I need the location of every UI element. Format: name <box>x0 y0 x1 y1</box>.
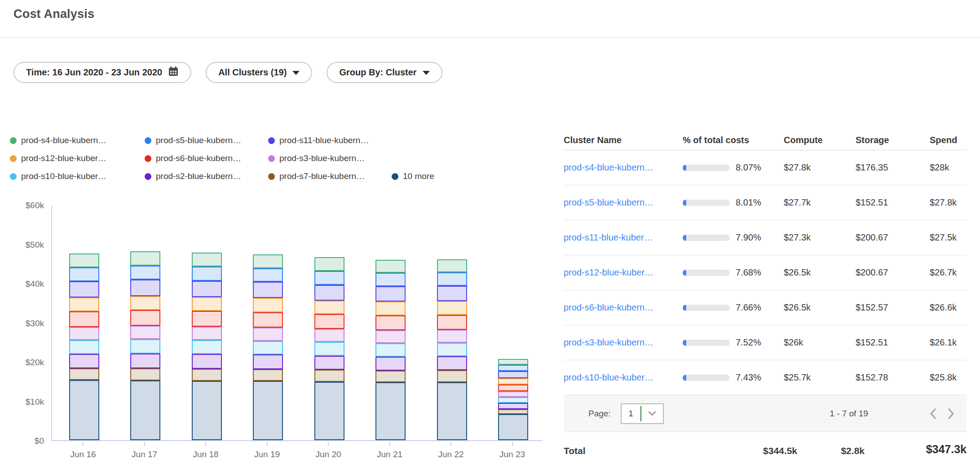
cluster-name-link[interactable]: prod-s10-blue-kuber… <box>564 372 683 383</box>
pct-total-costs-cell: 7.52% <box>683 337 784 348</box>
x-axis-tick-label: Jun 22 <box>419 450 482 459</box>
spend-value: $26.1k <box>930 337 967 348</box>
legend-item[interactable]: prod-s6-blue-kubern… <box>145 153 268 163</box>
next-page-button[interactable] <box>945 407 957 420</box>
legend-item[interactable]: prod-s4-blue-kubern… <box>10 135 145 145</box>
x-axis-tick-label: Jun 18 <box>174 450 237 459</box>
time-range-filter[interactable]: Time: 16 Jun 2020 - 23 Jun 2020 <box>13 62 191 83</box>
page-number-select[interactable]: 1 <box>621 403 664 424</box>
spend-value: $27.8k <box>930 197 967 208</box>
legend-item[interactable]: prod-s7-blue-kubern… <box>268 171 392 181</box>
col-header-pct-total-costs: % of total costs <box>683 135 784 145</box>
compute-value: $27.3k <box>784 232 856 243</box>
pct-progress-bar <box>683 305 730 311</box>
bar-segment <box>375 343 406 357</box>
storage-value: $200.67 <box>856 267 930 278</box>
bar-segment <box>69 340 99 354</box>
col-header-cluster-name: Cluster Name <box>564 135 683 145</box>
pct-progress-fill <box>683 305 686 311</box>
legend-item[interactable]: prod-s3-blue-kubern… <box>268 153 392 163</box>
cluster-name-link[interactable]: prod-s6-blue-kubern… <box>564 302 683 313</box>
legend-item[interactable]: prod-s5-blue-kubern… <box>145 135 268 145</box>
stacked-bar-jun-21 <box>375 260 406 441</box>
y-axis-tick-label: $30k <box>0 319 44 328</box>
caret-down-icon <box>423 71 430 75</box>
col-header-spend: Spend <box>930 135 967 145</box>
bar-segment <box>130 380 160 440</box>
pagination-bar: Page: 1 1 - 7 of 19 <box>564 395 967 432</box>
pct-progress-fill <box>683 270 686 276</box>
storage-value: $200.67 <box>856 232 930 243</box>
compute-value: $27.7k <box>784 197 856 208</box>
x-axis-tick <box>205 442 206 446</box>
legend-color-dot <box>268 137 275 144</box>
y-axis-tick-label: $10k <box>0 397 44 407</box>
bar-segment <box>192 327 222 340</box>
stacked-bar-jun-16 <box>69 253 99 440</box>
legend-color-dot <box>10 173 17 180</box>
group-by-dropdown[interactable]: Group By: Cluster <box>327 62 442 83</box>
chevron-left-icon <box>927 407 939 420</box>
pct-total-costs-cell: 7.68% <box>683 267 784 278</box>
bar-segment <box>314 329 344 342</box>
legend-label: prod-s4-blue-kubern… <box>21 135 106 145</box>
bar-segment <box>375 302 406 315</box>
compute-value: $25.7k <box>784 372 856 383</box>
bar-segment <box>253 254 283 268</box>
legend-item[interactable]: 10 more <box>392 171 472 181</box>
bar-segment <box>69 281 99 298</box>
bar-segment <box>498 385 528 391</box>
bar-segment <box>130 339 160 354</box>
bar-segment <box>192 253 222 267</box>
bar-segment <box>437 343 467 356</box>
bar-segment <box>253 381 283 440</box>
cluster-name-link[interactable]: prod-s5-blue-kubern… <box>564 197 683 208</box>
pct-total-costs-cell: 8.07% <box>683 162 784 173</box>
bar-segment <box>130 326 160 339</box>
bar-segment <box>69 327 99 340</box>
bar-segment <box>69 311 99 327</box>
pct-value: 8.01% <box>736 197 761 208</box>
cluster-name-link[interactable]: prod-s4-blue-kubern… <box>564 162 683 173</box>
storage-value: $152.78 <box>856 372 930 383</box>
legend-item[interactable]: prod-s2-blue-kubern… <box>145 171 268 181</box>
stacked-bar-chart <box>51 205 543 441</box>
pct-total-costs-cell: 7.90% <box>683 232 784 243</box>
prev-page-button[interactable] <box>927 407 939 420</box>
legend-item[interactable]: prod-s11-blue-kubern… <box>268 135 392 145</box>
cluster-name-link[interactable]: prod-s11-blue-kuber… <box>564 232 683 243</box>
legend-color-dot <box>10 137 17 144</box>
bar-segment <box>498 391 528 397</box>
table-row: prod-s6-blue-kubern…7.66%$26.5k$152.57$2… <box>564 290 967 325</box>
col-header-storage: Storage <box>856 135 930 145</box>
x-axis-tick-label: Jun 21 <box>358 450 421 459</box>
stacked-bar-jun-22 <box>437 259 467 440</box>
table-row: prod-s11-blue-kuber…7.90%$27.3k$200.67$2… <box>564 220 967 255</box>
x-axis-tick <box>328 442 329 446</box>
bar-segment <box>253 298 283 312</box>
bar-segment <box>314 285 344 301</box>
pct-progress-bar <box>683 375 730 381</box>
pct-value: 7.68% <box>736 267 761 278</box>
bar-segment <box>253 354 283 369</box>
bar-segment <box>130 368 160 380</box>
bar-segment <box>498 403 528 409</box>
bar-segment <box>192 369 222 381</box>
filter-bar: Time: 16 Jun 2020 - 23 Jun 2020 All Clus… <box>13 62 442 83</box>
legend-color-dot <box>268 155 275 162</box>
calendar-icon <box>168 66 179 79</box>
clusters-filter-dropdown[interactable]: All Clusters (19) <box>206 62 312 83</box>
legend-item[interactable]: prod-s12-blue-kuber… <box>10 153 145 163</box>
cluster-name-link[interactable]: prod-s3-blue-kubern… <box>564 337 683 348</box>
legend-color-dot <box>392 173 398 180</box>
pct-progress-bar <box>683 340 730 346</box>
legend-item[interactable]: prod-s10-blue-kuber… <box>10 171 145 181</box>
cluster-name-link[interactable]: prod-s12-blue-kuber… <box>564 267 683 278</box>
group-by-label: Group By: Cluster <box>339 67 416 78</box>
legend-label: prod-s11-blue-kubern… <box>279 135 369 145</box>
bar-segment <box>375 286 406 302</box>
pct-total-costs-cell: 8.01% <box>683 197 784 208</box>
pct-total-costs-cell: 7.43% <box>683 372 784 383</box>
bar-segment <box>69 380 99 440</box>
x-axis-tick-label: Jun 17 <box>113 450 176 459</box>
